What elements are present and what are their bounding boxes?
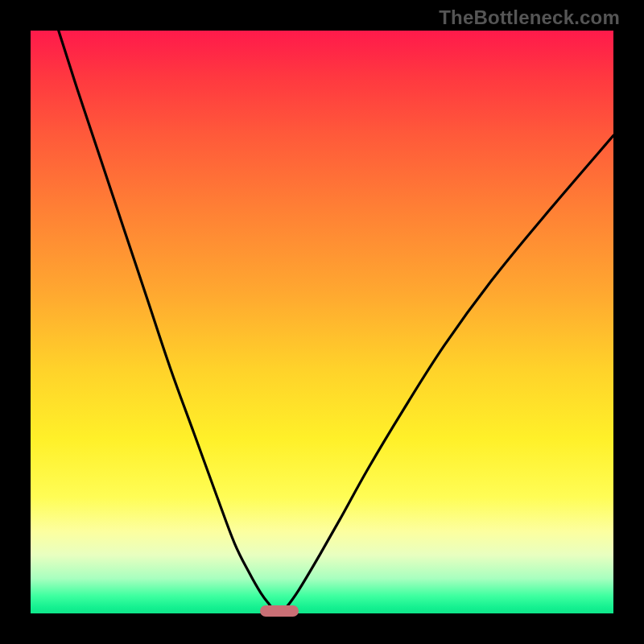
- bottleneck-curve: [31, 31, 613, 613]
- curve-left-branch: [59, 31, 279, 613]
- bottleneck-marker: [260, 605, 299, 617]
- watermark-text: TheBottleneck.com: [439, 6, 620, 29]
- plot-area: [31, 31, 613, 613]
- curve-right-branch: [279, 135, 613, 613]
- chart-frame: TheBottleneck.com: [0, 0, 644, 644]
